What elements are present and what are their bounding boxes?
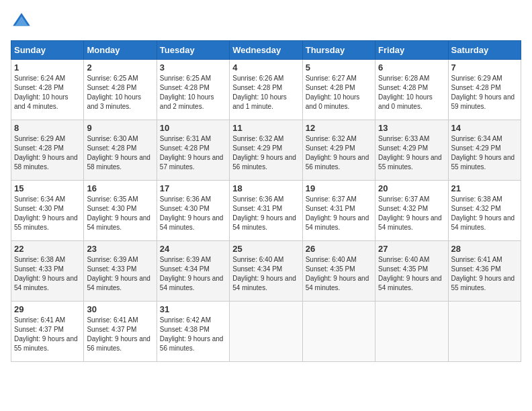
cell-info: Sunrise: 6:36 AMSunset: 4:31 PMDaylight:… <box>232 195 296 231</box>
calendar-cell: 3 Sunrise: 6:25 AMSunset: 4:28 PMDayligh… <box>157 60 229 120</box>
cell-info: Sunrise: 6:27 AMSunset: 4:28 PMDaylight:… <box>306 75 360 110</box>
day-number: 7 <box>451 62 518 73</box>
day-number: 11 <box>232 123 299 133</box>
cell-info: Sunrise: 6:40 AMSunset: 4:35 PMDaylight:… <box>306 256 369 291</box>
calendar-cell: 22 Sunrise: 6:38 AMSunset: 4:33 PMDaylig… <box>11 241 84 302</box>
cell-info: Sunrise: 6:39 AMSunset: 4:33 PMDaylight:… <box>87 256 150 291</box>
calendar-cell: 15 Sunrise: 6:34 AMSunset: 4:30 PMDaylig… <box>11 181 84 241</box>
calendar-header-tuesday: Tuesday <box>157 41 229 60</box>
cell-info: Sunrise: 6:35 AMSunset: 4:30 PMDaylight:… <box>87 195 150 231</box>
day-number: 24 <box>160 244 226 254</box>
cell-info: Sunrise: 6:26 AMSunset: 4:28 PMDaylight:… <box>232 75 287 110</box>
calendar-cell: 12 Sunrise: 6:32 AMSunset: 4:29 PMDaylig… <box>302 120 375 181</box>
cell-info: Sunrise: 6:25 AMSunset: 4:28 PMDaylight:… <box>160 75 214 110</box>
calendar-cell <box>375 302 448 362</box>
calendar-header-wednesday: Wednesday <box>230 41 302 60</box>
day-number: 20 <box>378 183 445 193</box>
day-number: 1 <box>14 62 81 73</box>
cell-info: Sunrise: 6:40 AMSunset: 4:35 PMDaylight:… <box>378 256 442 291</box>
cell-info: Sunrise: 6:34 AMSunset: 4:29 PMDaylight:… <box>451 135 515 171</box>
calendar-cell: 7 Sunrise: 6:29 AMSunset: 4:28 PMDayligh… <box>448 60 521 120</box>
logo-icon <box>11 11 32 32</box>
day-number: 9 <box>87 123 153 133</box>
day-number: 12 <box>306 123 372 133</box>
cell-info: Sunrise: 6:36 AMSunset: 4:30 PMDaylight:… <box>160 195 224 231</box>
calendar-cell: 14 Sunrise: 6:34 AMSunset: 4:29 PMDaylig… <box>448 120 521 181</box>
calendar-cell <box>448 302 521 362</box>
calendar-cell: 20 Sunrise: 6:37 AMSunset: 4:32 PMDaylig… <box>375 181 448 241</box>
calendar-cell <box>302 302 375 362</box>
cell-info: Sunrise: 6:28 AMSunset: 4:28 PMDaylight:… <box>378 75 433 110</box>
calendar-cell: 5 Sunrise: 6:27 AMSunset: 4:28 PMDayligh… <box>302 60 375 120</box>
calendar-cell: 11 Sunrise: 6:32 AMSunset: 4:29 PMDaylig… <box>230 120 302 181</box>
logo <box>11 11 35 32</box>
day-number: 28 <box>451 244 518 254</box>
day-number: 29 <box>14 304 81 314</box>
calendar-cell: 6 Sunrise: 6:28 AMSunset: 4:28 PMDayligh… <box>375 60 448 120</box>
cell-info: Sunrise: 6:40 AMSunset: 4:34 PMDaylight:… <box>232 256 296 291</box>
calendar-header-saturday: Saturday <box>448 41 521 60</box>
cell-info: Sunrise: 6:25 AMSunset: 4:28 PMDaylight:… <box>87 75 141 110</box>
calendar-cell: 30 Sunrise: 6:41 AMSunset: 4:37 PMDaylig… <box>84 302 157 362</box>
day-number: 21 <box>451 183 518 193</box>
calendar-cell: 13 Sunrise: 6:33 AMSunset: 4:29 PMDaylig… <box>375 120 448 181</box>
cell-info: Sunrise: 6:39 AMSunset: 4:34 PMDaylight:… <box>160 256 224 291</box>
calendar-cell: 29 Sunrise: 6:41 AMSunset: 4:37 PMDaylig… <box>11 302 84 362</box>
calendar-header-row: SundayMondayTuesdayWednesdayThursdayFrid… <box>11 41 521 60</box>
calendar-cell: 9 Sunrise: 6:30 AMSunset: 4:28 PMDayligh… <box>84 120 157 181</box>
calendar-cell: 25 Sunrise: 6:40 AMSunset: 4:34 PMDaylig… <box>230 241 302 302</box>
day-number: 23 <box>87 244 153 254</box>
cell-info: Sunrise: 6:24 AMSunset: 4:28 PMDaylight:… <box>14 75 69 110</box>
day-number: 3 <box>160 62 226 73</box>
day-number: 30 <box>87 304 153 314</box>
cell-info: Sunrise: 6:38 AMSunset: 4:32 PMDaylight:… <box>451 195 515 231</box>
day-number: 6 <box>378 62 445 73</box>
day-number: 4 <box>232 62 299 73</box>
day-number: 14 <box>451 123 518 133</box>
calendar-header-sunday: Sunday <box>11 41 84 60</box>
cell-info: Sunrise: 6:37 AMSunset: 4:32 PMDaylight:… <box>378 195 442 231</box>
cell-info: Sunrise: 6:42 AMSunset: 4:38 PMDaylight:… <box>160 316 224 352</box>
calendar-cell: 26 Sunrise: 6:40 AMSunset: 4:35 PMDaylig… <box>302 241 375 302</box>
day-number: 10 <box>160 123 226 133</box>
calendar-cell: 8 Sunrise: 6:29 AMSunset: 4:28 PMDayligh… <box>11 120 84 181</box>
calendar-week-row: 1 Sunrise: 6:24 AMSunset: 4:28 PMDayligh… <box>11 60 521 120</box>
cell-info: Sunrise: 6:30 AMSunset: 4:28 PMDaylight:… <box>87 135 150 171</box>
calendar-cell <box>230 302 302 362</box>
calendar-table: SundayMondayTuesdayWednesdayThursdayFrid… <box>11 40 521 362</box>
calendar-cell: 17 Sunrise: 6:36 AMSunset: 4:30 PMDaylig… <box>157 181 229 241</box>
calendar-cell: 21 Sunrise: 6:38 AMSunset: 4:32 PMDaylig… <box>448 181 521 241</box>
page-header <box>11 11 521 32</box>
cell-info: Sunrise: 6:41 AMSunset: 4:37 PMDaylight:… <box>14 316 78 352</box>
day-number: 26 <box>306 244 372 254</box>
calendar-cell: 27 Sunrise: 6:40 AMSunset: 4:35 PMDaylig… <box>375 241 448 302</box>
day-number: 8 <box>14 123 81 133</box>
day-number: 17 <box>160 183 226 193</box>
day-number: 13 <box>378 123 445 133</box>
cell-info: Sunrise: 6:29 AMSunset: 4:28 PMDaylight:… <box>451 75 515 110</box>
day-number: 16 <box>87 183 153 193</box>
cell-info: Sunrise: 6:41 AMSunset: 4:37 PMDaylight:… <box>87 316 150 352</box>
cell-info: Sunrise: 6:32 AMSunset: 4:29 PMDaylight:… <box>232 135 296 171</box>
calendar-week-row: 29 Sunrise: 6:41 AMSunset: 4:37 PMDaylig… <box>11 302 521 362</box>
day-number: 31 <box>160 304 226 314</box>
day-number: 19 <box>306 183 372 193</box>
cell-info: Sunrise: 6:34 AMSunset: 4:30 PMDaylight:… <box>14 195 78 231</box>
day-number: 2 <box>87 62 153 73</box>
day-number: 22 <box>14 244 81 254</box>
cell-info: Sunrise: 6:38 AMSunset: 4:33 PMDaylight:… <box>14 256 78 291</box>
calendar-header-thursday: Thursday <box>302 41 375 60</box>
calendar-cell: 16 Sunrise: 6:35 AMSunset: 4:30 PMDaylig… <box>84 181 157 241</box>
calendar-cell: 24 Sunrise: 6:39 AMSunset: 4:34 PMDaylig… <box>157 241 229 302</box>
cell-info: Sunrise: 6:33 AMSunset: 4:29 PMDaylight:… <box>378 135 442 171</box>
calendar-cell: 18 Sunrise: 6:36 AMSunset: 4:31 PMDaylig… <box>230 181 302 241</box>
calendar-cell: 4 Sunrise: 6:26 AMSunset: 4:28 PMDayligh… <box>230 60 302 120</box>
day-number: 27 <box>378 244 445 254</box>
calendar-cell: 28 Sunrise: 6:41 AMSunset: 4:36 PMDaylig… <box>448 241 521 302</box>
calendar-week-row: 22 Sunrise: 6:38 AMSunset: 4:33 PMDaylig… <box>11 241 521 302</box>
cell-info: Sunrise: 6:37 AMSunset: 4:31 PMDaylight:… <box>306 195 369 231</box>
calendar-cell: 31 Sunrise: 6:42 AMSunset: 4:38 PMDaylig… <box>157 302 229 362</box>
day-number: 25 <box>232 244 299 254</box>
calendar-cell: 2 Sunrise: 6:25 AMSunset: 4:28 PMDayligh… <box>84 60 157 120</box>
cell-info: Sunrise: 6:32 AMSunset: 4:29 PMDaylight:… <box>306 135 369 171</box>
